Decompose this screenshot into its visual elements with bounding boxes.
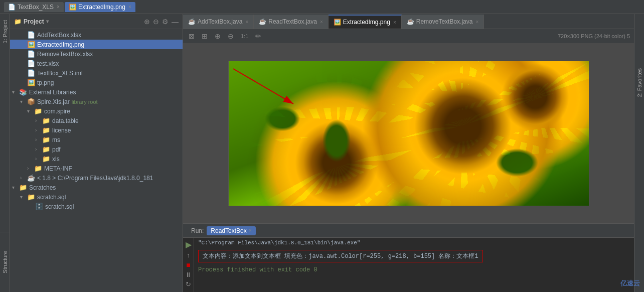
tree-label-com-spire: com.spire bbox=[44, 108, 70, 115]
run-tab-close[interactable]: × bbox=[249, 228, 252, 233]
title-tabs: 📄 TextBox_XLS × 🖼️ ExtractedImg.png × bbox=[4, 2, 135, 12]
file-icon-iml: 📄 bbox=[27, 69, 35, 77]
project-title: 📁 Project ▾ bbox=[14, 18, 49, 25]
run-play-btn[interactable]: ▶ bbox=[186, 240, 192, 249]
folder-ms-icon: 📁 bbox=[42, 136, 50, 143]
tree-label-iml: TextBox_XLS.iml bbox=[37, 70, 83, 77]
tree-item-extractedimg[interactable]: 🖼️ ExtractedImg.png bbox=[10, 40, 183, 49]
tree-label-jdk: < 1.8 > C:\Program Files\Java\jdk1.8.0_1… bbox=[37, 175, 153, 182]
tab-addtextbox-close[interactable]: × bbox=[245, 19, 248, 25]
title-tab-img[interactable]: 🖼️ ExtractedImg.png × bbox=[65, 2, 135, 12]
title-tab-img-label: ExtractedImg.png bbox=[78, 4, 125, 11]
tab-java-icon2: ☕ bbox=[259, 18, 266, 25]
run-stop-btn[interactable]: ■ bbox=[186, 261, 190, 269]
cmd-line: "C:\Program Files\Java\jdk1.8.0_181\bin\… bbox=[198, 240, 630, 246]
folder-pdf-icon: 📁 bbox=[42, 145, 50, 153]
img-icon: 🖼️ bbox=[69, 4, 76, 11]
settings-icon[interactable]: ⚙ bbox=[162, 18, 169, 26]
tree-label-ms: ms bbox=[52, 136, 60, 143]
tab-extractedimg[interactable]: 🖼️ ExtractedImg.png × bbox=[329, 15, 402, 29]
title-tab-label: TextBox_XLS bbox=[18, 4, 54, 11]
file-icon-rm: 📄 bbox=[27, 50, 35, 58]
tab-extractedimg-close[interactable]: × bbox=[393, 20, 396, 25]
jar-icon: 📦 bbox=[27, 98, 35, 105]
arrow-jdk: › bbox=[20, 175, 27, 181]
tree-label-meta: META-INF bbox=[44, 165, 72, 172]
title-tab-img-close[interactable]: × bbox=[128, 4, 131, 10]
project-toolbar: ⊕ ⊖ ⚙ — bbox=[144, 18, 179, 26]
pen-icon[interactable]: ✏ bbox=[254, 31, 263, 41]
structure-vertical-tab[interactable]: Structure bbox=[2, 251, 8, 273]
tree-item-iml[interactable]: 📄 TextBox_XLS.iml bbox=[10, 68, 183, 78]
tree-label-spire: Spire.Xls.jar bbox=[37, 98, 70, 105]
run-up-icon[interactable]: ↑ bbox=[187, 251, 190, 259]
file-icon: 📄 bbox=[8, 4, 16, 11]
tree-item-addtextbox-xlsx[interactable]: 📄 AddTextBox.xlsx bbox=[10, 30, 183, 40]
remove-icon[interactable]: ⊖ bbox=[153, 18, 159, 26]
image-content bbox=[183, 44, 634, 223]
tree-item-pdf[interactable]: › 📁 pdf bbox=[10, 144, 183, 154]
tree-item-test-xlsx[interactable]: 📄 test.xlsx bbox=[10, 59, 183, 68]
lib-root-badge: library root bbox=[72, 99, 98, 105]
arrow-xls: › bbox=[35, 156, 42, 162]
tab-removetextbox-close[interactable]: × bbox=[475, 19, 478, 25]
image-info: 720×300 PNG (24-bit color) 5 bbox=[558, 33, 630, 39]
run-rerun-btn[interactable]: ↻ bbox=[186, 280, 191, 288]
file-icon-tppng: 🖼️ bbox=[27, 79, 35, 86]
tree-item-jdk[interactable]: › ☕ < 1.8 > C:\Program Files\Java\jdk1.8… bbox=[10, 173, 183, 183]
scratches-icon: 📁 bbox=[19, 184, 27, 191]
project-vertical-tab[interactable]: 1: Project bbox=[1, 16, 9, 47]
tree-item-ms[interactable]: › 📁 ms bbox=[10, 135, 183, 144]
add-icon[interactable]: ⊕ bbox=[144, 18, 150, 26]
tree-item-license[interactable]: › 📁 license bbox=[10, 125, 183, 135]
tree-item-spire-jar[interactable]: ▾ 📦 Spire.Xls.jar library root bbox=[10, 97, 183, 106]
arrow-scratches: ▾ bbox=[12, 185, 19, 190]
one-to-one-label[interactable]: 1:1 bbox=[239, 32, 250, 40]
arrow-scratches2: ▾ bbox=[20, 194, 27, 200]
zoom-out-icon[interactable]: ⊖ bbox=[226, 31, 235, 41]
collapse-icon[interactable]: — bbox=[172, 18, 179, 26]
tree-item-removetextbox[interactable]: 📄 RemoveTextBox.xlsx bbox=[10, 49, 183, 59]
file-icon-png: 🖼️ bbox=[27, 41, 35, 48]
fit-screen-icon[interactable]: ⊠ bbox=[187, 31, 196, 41]
tree-item-com-spire[interactable]: ▾ 📁 com.spire bbox=[10, 106, 183, 116]
console-wrapper: ▶ ↑ ■ ⏸ ↻ "C:\Program Files\Java\jdk1.8.… bbox=[183, 238, 634, 292]
tab-img-icon: 🖼️ bbox=[334, 19, 341, 26]
tree-item-tppng[interactable]: 🖼️ tp.png bbox=[10, 78, 183, 87]
title-tab-textbox[interactable]: 📄 TextBox_XLS × bbox=[4, 2, 64, 12]
tree-item-datatable[interactable]: › 📁 data.table bbox=[10, 116, 183, 125]
sunflower-image bbox=[228, 61, 589, 206]
favorites-vertical-tab[interactable]: 2: Favorites bbox=[635, 64, 643, 101]
folder-license-icon: 📁 bbox=[42, 126, 50, 134]
tree-item-scratch-sql[interactable]: 🗄️ scratch.sql bbox=[10, 202, 183, 211]
tab-removetextbox[interactable]: ☕ RemoveTextBox.java × bbox=[402, 15, 485, 29]
run-tab-area: Run: ReadTextBox × bbox=[187, 226, 260, 235]
logo-watermark: 亿速云 bbox=[620, 279, 640, 288]
run-label: Run: bbox=[191, 227, 204, 234]
logo-text: 亿速云 bbox=[620, 279, 640, 287]
scratches-folder-icon: 📁 bbox=[27, 193, 35, 201]
arrow-spire: ▾ bbox=[20, 99, 27, 104]
tree-item-scratches[interactable]: ▾ 📁 scratch.sql bbox=[10, 192, 183, 202]
jdk-icon: ☕ bbox=[27, 174, 35, 182]
dropdown-icon[interactable]: ▾ bbox=[46, 19, 49, 24]
zoom-in-icon[interactable]: ⊕ bbox=[213, 31, 222, 41]
console-header: Run: ReadTextBox × bbox=[183, 224, 634, 238]
file-tree: 📄 AddTextBox.xlsx 🖼️ ExtractedImg.png 📄 … bbox=[10, 29, 183, 292]
tab-readtextbox[interactable]: ☕ ReadTextBox.java × bbox=[254, 15, 329, 29]
run-tab[interactable]: ReadTextBox × bbox=[207, 226, 255, 235]
run-pause-btn[interactable]: ⏸ bbox=[185, 271, 192, 278]
editor-tabs: ☕ AddTextBox.java × ☕ ReadTextBox.java ×… bbox=[183, 14, 634, 29]
title-tab-close[interactable]: × bbox=[57, 4, 60, 10]
tree-label-extlibs: External Libraries bbox=[29, 89, 76, 96]
tree-label-rm: RemoveTextBox.xlsx bbox=[37, 51, 93, 58]
tree-item-meta-inf[interactable]: › 📁 META-INF bbox=[10, 164, 183, 173]
tab-readtextbox-close[interactable]: × bbox=[320, 19, 323, 25]
tree-item-scratches-consoles[interactable]: ▾ 📁 Scratches bbox=[10, 183, 183, 192]
tree-item-xls[interactable]: › 📁 xls bbox=[10, 154, 183, 164]
tab-addtextbox[interactable]: ☕ AddTextBox.java × bbox=[183, 15, 254, 29]
project-label: Project bbox=[24, 18, 44, 25]
tree-label-pdf: pdf bbox=[52, 146, 61, 153]
grid-icon[interactable]: ⊞ bbox=[200, 31, 209, 41]
tree-item-extlibs[interactable]: ▾ 📚 External Libraries bbox=[10, 87, 183, 97]
